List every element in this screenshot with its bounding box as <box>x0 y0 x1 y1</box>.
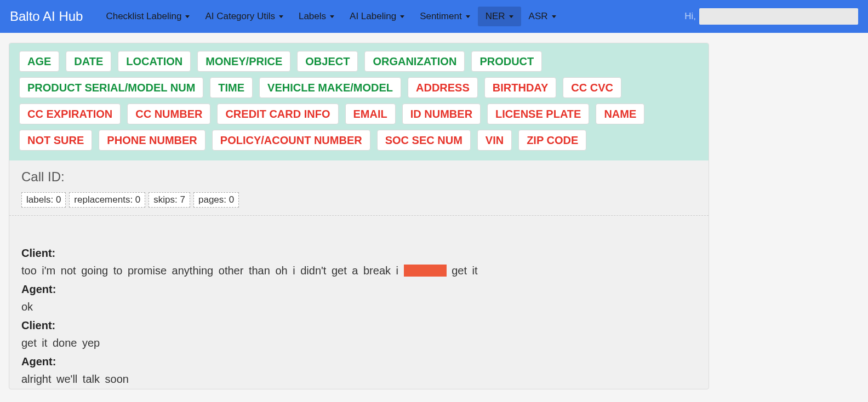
chevron-down-icon <box>185 15 190 18</box>
nav-item-ner[interactable]: NER <box>478 7 521 26</box>
entity-tag-organization[interactable]: ORGANIZATION <box>364 51 465 72</box>
chevron-down-icon <box>400 15 404 18</box>
entity-tag-phone-number[interactable]: PHONE NUMBER <box>99 130 205 151</box>
utterance[interactable]: alright we'll talk soon <box>21 370 696 388</box>
nav-item-asr[interactable]: ASR <box>521 7 564 26</box>
utterance[interactable]: ok <box>21 298 696 315</box>
meta-panel: Call ID: labels: 0 replacements: 0 skips… <box>9 160 709 216</box>
labeling-card: AGEDATELOCATIONMONEY/PRICEOBJECTORGANIZA… <box>9 43 709 389</box>
stat-skips: skips: 7 <box>149 192 190 208</box>
entity-tag-soc-sec-num[interactable]: SOC SEC NUM <box>377 130 471 151</box>
speaker-label: Agent: <box>21 280 696 298</box>
nav-item-sentiment[interactable]: Sentiment <box>412 7 478 26</box>
greeting-text: Hi, <box>684 11 696 22</box>
chevron-down-icon <box>509 15 513 18</box>
main-area: AGEDATELOCATIONMONEY/PRICEOBJECTORGANIZA… <box>0 33 868 389</box>
chevron-down-icon <box>552 15 556 18</box>
entity-tag-zip-code[interactable]: ZIP CODE <box>518 130 586 151</box>
entity-tag-email[interactable]: EMAIL <box>345 104 396 124</box>
entity-tag-cc-number[interactable]: CC NUMBER <box>127 104 210 124</box>
entity-tag-id-number[interactable]: ID NUMBER <box>402 104 481 124</box>
call-id-label: Call ID: <box>21 169 696 185</box>
entity-tag-cc-expiration[interactable]: CC EXPIRATION <box>19 104 121 124</box>
entity-tag-location[interactable]: LOCATION <box>118 51 191 72</box>
entity-tag-object[interactable]: OBJECT <box>297 51 358 72</box>
nav-right: Hi, <box>684 8 858 25</box>
top-navbar: Balto AI Hub Checklist LabelingAI Catego… <box>0 0 868 33</box>
stat-pages: pages: 0 <box>193 192 239 208</box>
entity-tag-vin[interactable]: VIN <box>477 130 512 151</box>
nav-item-ai-labeling[interactable]: AI Labeling <box>342 7 412 26</box>
entity-tag-name[interactable]: NAME <box>596 104 644 124</box>
brand-title[interactable]: Balto AI Hub <box>10 9 83 24</box>
entity-tag-credit-card-info[interactable]: CREDIT CARD INFO <box>217 104 338 124</box>
chevron-down-icon <box>279 15 283 18</box>
stat-replacements: replacements: 0 <box>69 192 145 208</box>
speaker-label: Client: <box>21 317 696 334</box>
chevron-down-icon <box>466 15 470 18</box>
stats-row: labels: 0 replacements: 0 skips: 7 pages… <box>21 192 696 208</box>
entity-tag-policy-acount-number[interactable]: POLICY/ACOUNT NUMBER <box>212 130 370 151</box>
entity-tag-vehicle-make-model[interactable]: VEHICLE MAKE/MODEL <box>259 77 401 98</box>
utterance[interactable]: get it done yep <box>21 334 696 352</box>
utterance[interactable]: too i'm not going to promise anything ot… <box>21 262 696 279</box>
entity-tags-panel: AGEDATELOCATIONMONEY/PRICEOBJECTORGANIZA… <box>9 43 709 160</box>
entity-tag-age[interactable]: AGE <box>19 51 59 72</box>
entity-tag-product[interactable]: PRODUCT <box>471 51 542 72</box>
entity-tag-product-serial-model-num[interactable]: PRODUCT SERIAL/MODEL NUM <box>19 77 203 98</box>
stat-labels: labels: 0 <box>21 192 66 208</box>
entity-tag-license-plate[interactable]: LICENSE PLATE <box>487 104 589 124</box>
speaker-label: Client: <box>21 244 696 262</box>
nav-item-ai-category-utils[interactable]: AI Category Utils <box>197 7 291 26</box>
entity-tag-not-sure[interactable]: NOT SURE <box>19 130 92 151</box>
entity-tag-birthday[interactable]: BIRTHDAY <box>484 77 557 98</box>
user-field[interactable] <box>699 8 858 25</box>
transcript-panel[interactable]: Client:too i'm not going to promise anyt… <box>9 216 709 388</box>
speaker-label: Agent: <box>21 353 696 370</box>
chevron-down-icon <box>330 15 334 18</box>
entity-tag-address[interactable]: ADDRESS <box>408 77 478 98</box>
redacted-span[interactable] <box>404 265 447 277</box>
entity-tag-date[interactable]: DATE <box>66 51 111 72</box>
entity-tag-time[interactable]: TIME <box>210 77 253 98</box>
entity-tag-money-price[interactable]: MONEY/PRICE <box>197 51 290 72</box>
nav-item-checklist-labeling[interactable]: Checklist Labeling <box>98 7 197 26</box>
entity-tag-cc-cvc[interactable]: CC CVC <box>563 77 621 98</box>
nav-menu: Checklist LabelingAI Category UtilsLabel… <box>98 7 563 26</box>
nav-item-labels[interactable]: Labels <box>291 7 342 26</box>
